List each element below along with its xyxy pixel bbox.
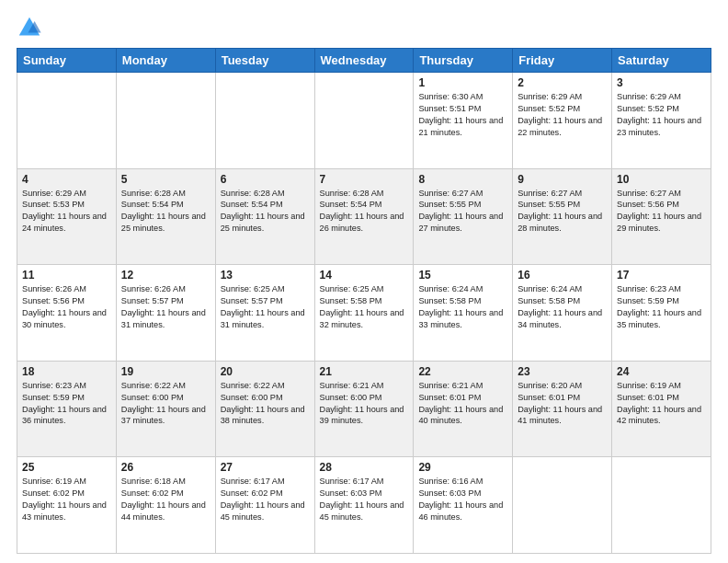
header <box>17 15 711 40</box>
calendar-cell: 22 Sunrise: 6:21 AMSunset: 6:01 PMDaylig… <box>414 361 513 457</box>
calendar-table: SundayMondayTuesdayWednesdayThursdayFrid… <box>17 48 711 554</box>
day-info: Sunrise: 6:29 AMSunset: 5:52 PMDaylight:… <box>617 91 706 139</box>
calendar-cell: 3 Sunrise: 6:29 AMSunset: 5:52 PMDayligh… <box>612 73 711 169</box>
calendar-cell: 8 Sunrise: 6:27 AMSunset: 5:55 PMDayligh… <box>414 168 513 265</box>
day-number: 17 <box>617 269 706 282</box>
day-number: 23 <box>518 365 607 378</box>
day-info: Sunrise: 6:26 AMSunset: 5:56 PMDaylight:… <box>22 283 111 331</box>
calendar-cell: 5 Sunrise: 6:28 AMSunset: 5:54 PMDayligh… <box>116 168 215 265</box>
day-number: 14 <box>320 269 409 282</box>
day-info: Sunrise: 6:17 AMSunset: 6:03 PMDaylight:… <box>320 476 409 523</box>
day-number: 2 <box>518 76 607 89</box>
day-info: Sunrise: 6:23 AMSunset: 5:59 PMDaylight:… <box>617 283 706 331</box>
day-number: 24 <box>617 365 706 378</box>
calendar-week-row: 25 Sunrise: 6:19 AMSunset: 6:02 PMDaylig… <box>17 457 711 554</box>
day-info: Sunrise: 6:28 AMSunset: 5:54 PMDaylight:… <box>121 188 210 236</box>
calendar-cell: 18 Sunrise: 6:23 AMSunset: 5:59 PMDaylig… <box>17 361 117 457</box>
calendar-cell: 4 Sunrise: 6:29 AMSunset: 5:53 PMDayligh… <box>17 168 117 265</box>
calendar-cell: 15 Sunrise: 6:24 AMSunset: 5:58 PMDaylig… <box>414 265 513 362</box>
day-info: Sunrise: 6:24 AMSunset: 5:58 PMDaylight:… <box>418 283 507 331</box>
day-number: 13 <box>221 269 310 282</box>
calendar-cell: 24 Sunrise: 6:19 AMSunset: 6:01 PMDaylig… <box>612 361 711 457</box>
day-info: Sunrise: 6:22 AMSunset: 6:00 PMDaylight:… <box>121 380 210 428</box>
day-info: Sunrise: 6:28 AMSunset: 5:54 PMDaylight:… <box>221 188 310 236</box>
calendar-cell: 21 Sunrise: 6:21 AMSunset: 6:00 PMDaylig… <box>314 361 414 457</box>
calendar-header-thursday: Thursday <box>414 49 513 73</box>
day-number: 15 <box>418 269 507 282</box>
calendar-cell: 29 Sunrise: 6:16 AMSunset: 6:03 PMDaylig… <box>414 457 513 554</box>
calendar-cell <box>116 73 215 169</box>
calendar-header-tuesday: Tuesday <box>215 49 314 73</box>
day-info: Sunrise: 6:27 AMSunset: 5:56 PMDaylight:… <box>617 188 706 236</box>
day-number: 7 <box>320 173 409 186</box>
day-info: Sunrise: 6:25 AMSunset: 5:58 PMDaylight:… <box>320 283 409 331</box>
day-info: Sunrise: 6:27 AMSunset: 5:55 PMDaylight:… <box>518 188 607 236</box>
day-number: 6 <box>221 173 310 186</box>
calendar-cell <box>513 457 612 554</box>
day-number: 11 <box>22 269 111 282</box>
day-number: 4 <box>22 173 111 186</box>
calendar-cell: 14 Sunrise: 6:25 AMSunset: 5:58 PMDaylig… <box>314 265 414 362</box>
page: SundayMondayTuesdayWednesdayThursdayFrid… <box>0 0 728 563</box>
calendar-week-row: 18 Sunrise: 6:23 AMSunset: 5:59 PMDaylig… <box>17 361 711 457</box>
calendar-cell: 19 Sunrise: 6:22 AMSunset: 6:00 PMDaylig… <box>116 361 215 457</box>
calendar-header-monday: Monday <box>116 49 215 73</box>
day-number: 12 <box>121 269 210 282</box>
day-info: Sunrise: 6:20 AMSunset: 6:01 PMDaylight:… <box>518 380 607 428</box>
calendar-cell: 17 Sunrise: 6:23 AMSunset: 5:59 PMDaylig… <box>612 265 711 362</box>
day-info: Sunrise: 6:19 AMSunset: 6:01 PMDaylight:… <box>617 380 706 428</box>
calendar-week-row: 1 Sunrise: 6:30 AMSunset: 5:51 PMDayligh… <box>17 73 711 169</box>
calendar-cell <box>17 73 117 169</box>
day-info: Sunrise: 6:28 AMSunset: 5:54 PMDaylight:… <box>320 188 409 236</box>
day-number: 22 <box>418 365 507 378</box>
calendar-cell <box>215 73 314 169</box>
day-number: 29 <box>418 461 507 474</box>
day-info: Sunrise: 6:21 AMSunset: 6:01 PMDaylight:… <box>418 380 507 428</box>
day-info: Sunrise: 6:25 AMSunset: 5:57 PMDaylight:… <box>221 283 310 331</box>
calendar-cell: 2 Sunrise: 6:29 AMSunset: 5:52 PMDayligh… <box>513 73 612 169</box>
day-number: 25 <box>22 461 111 474</box>
calendar-cell: 16 Sunrise: 6:24 AMSunset: 5:58 PMDaylig… <box>513 265 612 362</box>
calendar-week-row: 11 Sunrise: 6:26 AMSunset: 5:56 PMDaylig… <box>17 265 711 362</box>
calendar-cell: 10 Sunrise: 6:27 AMSunset: 5:56 PMDaylig… <box>612 168 711 265</box>
day-info: Sunrise: 6:21 AMSunset: 6:00 PMDaylight:… <box>320 380 409 428</box>
calendar-cell: 26 Sunrise: 6:18 AMSunset: 6:02 PMDaylig… <box>116 457 215 554</box>
day-number: 20 <box>221 365 310 378</box>
calendar-cell <box>314 73 414 169</box>
day-number: 16 <box>518 269 607 282</box>
day-number: 26 <box>121 461 210 474</box>
calendar-cell: 9 Sunrise: 6:27 AMSunset: 5:55 PMDayligh… <box>513 168 612 265</box>
day-info: Sunrise: 6:23 AMSunset: 5:59 PMDaylight:… <box>22 380 111 428</box>
calendar-cell: 27 Sunrise: 6:17 AMSunset: 6:02 PMDaylig… <box>215 457 314 554</box>
day-info: Sunrise: 6:27 AMSunset: 5:55 PMDaylight:… <box>418 188 507 236</box>
calendar-cell: 6 Sunrise: 6:28 AMSunset: 5:54 PMDayligh… <box>215 168 314 265</box>
calendar-cell: 20 Sunrise: 6:22 AMSunset: 6:00 PMDaylig… <box>215 361 314 457</box>
calendar-header-sunday: Sunday <box>17 49 117 73</box>
logo-icon <box>17 15 42 40</box>
calendar-header-wednesday: Wednesday <box>314 49 414 73</box>
calendar-cell: 1 Sunrise: 6:30 AMSunset: 5:51 PMDayligh… <box>414 73 513 169</box>
day-number: 8 <box>418 173 507 186</box>
calendar-cell: 13 Sunrise: 6:25 AMSunset: 5:57 PMDaylig… <box>215 265 314 362</box>
calendar-cell: 7 Sunrise: 6:28 AMSunset: 5:54 PMDayligh… <box>314 168 414 265</box>
logo <box>17 15 46 40</box>
calendar-cell: 23 Sunrise: 6:20 AMSunset: 6:01 PMDaylig… <box>513 361 612 457</box>
day-number: 5 <box>121 173 210 186</box>
day-number: 1 <box>418 76 507 89</box>
calendar-cell: 25 Sunrise: 6:19 AMSunset: 6:02 PMDaylig… <box>17 457 117 554</box>
day-info: Sunrise: 6:18 AMSunset: 6:02 PMDaylight:… <box>121 476 210 523</box>
day-number: 9 <box>518 173 607 186</box>
day-number: 3 <box>617 76 706 89</box>
calendar-header-row: SundayMondayTuesdayWednesdayThursdayFrid… <box>17 49 711 73</box>
day-number: 18 <box>22 365 111 378</box>
day-number: 10 <box>617 173 706 186</box>
day-number: 21 <box>320 365 409 378</box>
day-info: Sunrise: 6:19 AMSunset: 6:02 PMDaylight:… <box>22 476 111 523</box>
day-number: 19 <box>121 365 210 378</box>
calendar-cell: 11 Sunrise: 6:26 AMSunset: 5:56 PMDaylig… <box>17 265 117 362</box>
day-info: Sunrise: 6:22 AMSunset: 6:00 PMDaylight:… <box>221 380 310 428</box>
day-info: Sunrise: 6:29 AMSunset: 5:53 PMDaylight:… <box>22 188 111 236</box>
calendar-week-row: 4 Sunrise: 6:29 AMSunset: 5:53 PMDayligh… <box>17 168 711 265</box>
calendar-cell <box>612 457 711 554</box>
day-info: Sunrise: 6:17 AMSunset: 6:02 PMDaylight:… <box>221 476 310 523</box>
